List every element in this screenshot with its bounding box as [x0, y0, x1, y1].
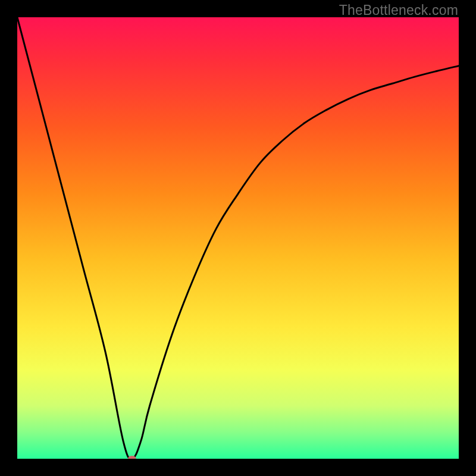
- watermark-label: TheBottleneck.com: [339, 2, 458, 18]
- chart-svg: [17, 17, 459, 459]
- plot-area: [17, 17, 459, 459]
- chart-frame: TheBottleneck.com: [0, 0, 476, 476]
